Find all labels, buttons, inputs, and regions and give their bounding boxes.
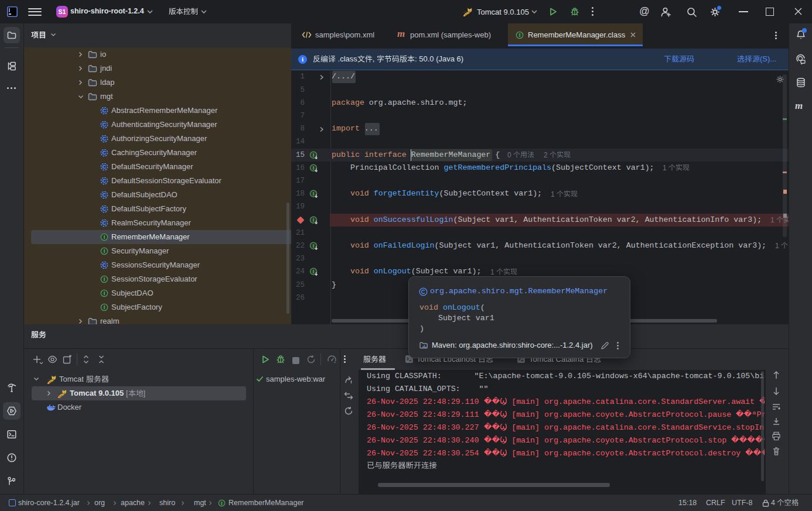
svg-text:C: C [103, 220, 107, 226]
svg-text:C: C [103, 121, 107, 128]
svg-text:I: I [313, 243, 315, 249]
svg-text:C: C [103, 135, 107, 142]
svg-text:I: I [519, 32, 521, 38]
svg-text:C: C [103, 262, 107, 268]
svg-text:I: I [104, 290, 105, 296]
svg-text:I: I [221, 500, 222, 506]
svg-text:I: I [104, 234, 105, 240]
svg-text:C: C [103, 163, 107, 170]
svg-text:I: I [313, 152, 315, 157]
svg-text:I: I [313, 191, 315, 197]
svg-text:I: I [313, 269, 315, 275]
svg-text:I: I [104, 304, 105, 310]
svg-text:C: C [103, 205, 107, 212]
svg-text:C: C [103, 107, 107, 114]
svg-text:I: I [104, 276, 105, 282]
svg-text:C: C [103, 177, 107, 184]
svg-text:I: I [313, 217, 315, 222]
svg-text:I: I [104, 248, 105, 254]
svg-text:C: C [103, 149, 107, 156]
svg-text:C: C [103, 191, 107, 198]
svg-text:I: I [313, 165, 315, 171]
